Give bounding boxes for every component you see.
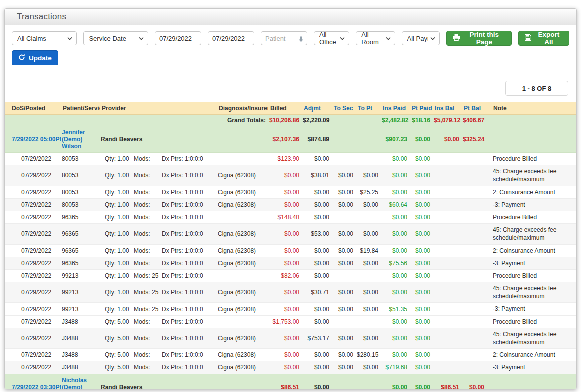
detail-to_sec: $0.00 <box>332 282 356 303</box>
detail-qty: Qty: 1.00 <box>105 289 134 296</box>
detail-insurer: Cigna (62308) <box>217 282 268 303</box>
detail-qty-mods-dx: Qty: 5.00Mods:Dx Ptrs: 1:0:0:0 <box>101 364 216 371</box>
detail-ins_bal <box>433 211 462 224</box>
detail-adjmt: $53.00 <box>302 224 332 244</box>
detail-pt_bal <box>462 211 487 224</box>
patient-name-link[interactable]: Nicholas (Demo) Franklin <box>62 377 87 390</box>
grand-total-pt_paid: $18.16 <box>410 115 433 126</box>
patient-search-input[interactable] <box>261 32 307 46</box>
detail-adjmt: $0.00 <box>302 257 332 270</box>
detail-pt_bal <box>462 198 487 211</box>
detail-to_sec <box>332 211 356 224</box>
group-dos-link[interactable]: 7/29/2022 05:00PM <box>12 136 61 143</box>
detail-mods: Mods: <box>134 214 162 221</box>
detail-mods: Mods: 25 <box>134 272 162 280</box>
column-header-adjmt[interactable]: Adjmt <box>302 102 332 115</box>
column-header-ins_bal[interactable]: Ins Bal <box>433 102 462 115</box>
detail-pt_paid: $0.00 <box>410 153 433 166</box>
save-icon <box>525 34 531 42</box>
detail-adjmt: $0.00 <box>302 362 332 374</box>
column-header-provider: Provider <box>100 102 217 115</box>
detail-pt_paid: $0.00 <box>410 186 433 198</box>
detail-adjmt: $0.00 <box>302 153 332 166</box>
detail-pt_paid: $0.00 <box>410 211 433 224</box>
chevron-down-icon <box>430 37 435 40</box>
detail-dos-cell: 07/29/2022 <box>5 186 61 198</box>
detail-ins_bal <box>433 303 462 316</box>
column-header-to_sec[interactable]: To Sec <box>332 102 356 115</box>
detail-ins_paid: $0.00 <box>381 186 410 198</box>
detail-dx-ptrs: Dx Ptrs: 1:0:0:0 <box>162 335 216 342</box>
detail-pt_paid: $0.00 <box>410 257 433 270</box>
detail-dx-ptrs: Dx Ptrs: 1:0:0:0 <box>162 272 216 280</box>
claims-select[interactable]: All Claims <box>12 32 77 46</box>
transaction-detail-row: 07/29/202299213Qty: 1.00Mods: 25Dx Ptrs:… <box>5 282 576 303</box>
detail-billed: $0.00 <box>268 362 302 374</box>
detail-ins_bal <box>433 270 462 282</box>
group-total-billed: $86.51 <box>268 374 302 390</box>
date-to-input[interactable] <box>208 32 254 46</box>
date-from-input[interactable] <box>155 32 201 46</box>
update-button[interactable]: Update <box>12 50 58 66</box>
room-select[interactable]: All Room <box>356 32 395 46</box>
detail-provider-cell: Qty: 1.00Mods:Dx Ptrs: 1:0:0:0 <box>100 198 217 211</box>
export-all-button[interactable]: Export All <box>518 31 569 46</box>
detail-adjmt: $30.71 <box>302 282 332 303</box>
date-type-select[interactable]: Service Date <box>83 32 148 46</box>
group-provider-cell: Randi Beavers <box>100 126 217 153</box>
patient-name-link[interactable]: Jennifer (Demo) Wilson <box>62 129 85 150</box>
office-select-value: All Office <box>319 31 337 46</box>
transactions-table: DoS/PostedPatient/ServiceProviderDiagnos… <box>5 102 576 390</box>
group-dos-link[interactable]: 7/29/2022 03:30PM <box>12 384 61 390</box>
detail-service-code: 96365 <box>61 257 100 270</box>
transaction-detail-row: 07/29/2022J3488Qty: 5.00Mods:Dx Ptrs: 1:… <box>5 362 576 374</box>
detail-to_pt <box>356 211 381 224</box>
group-total-pt_paid: $0.00 <box>410 374 433 390</box>
detail-mods: Mods: <box>134 189 162 196</box>
detail-qty-mods-dx: Qty: 5.00Mods:Dx Ptrs: 1:0:0:0 <box>101 318 216 326</box>
office-select[interactable]: All Office <box>314 32 349 46</box>
detail-service-code: 80053 <box>61 186 100 198</box>
detail-adjmt: $0.00 <box>302 316 332 328</box>
detail-ins_paid: $60.64 <box>381 198 410 211</box>
detail-adjmt: $0.00 <box>302 303 332 316</box>
detail-service-code: 80053 <box>61 198 100 211</box>
chevron-down-icon <box>139 37 144 40</box>
print-page-button[interactable]: Print this Page <box>446 31 512 46</box>
detail-provider-cell: Qty: 1.00Mods: 25Dx Ptrs: 1:0:0:0 <box>100 303 217 316</box>
detail-provider-cell: Qty: 5.00Mods:Dx Ptrs: 1:0:0:0 <box>100 349 217 362</box>
detail-qty: Qty: 5.00 <box>105 352 134 358</box>
detail-adjmt: $0.00 <box>302 244 332 257</box>
detail-billed: $0.00 <box>268 198 302 211</box>
payment-select[interactable]: All Paym <box>402 32 440 46</box>
detail-dos-cell: 07/29/2022 <box>5 257 61 270</box>
detail-insurer: Cigna (62308) <box>217 244 268 257</box>
detail-mods: Mods: 25 <box>134 306 162 313</box>
detail-ins_bal <box>433 328 462 348</box>
detail-provider-cell: Qty: 5.00Mods:Dx Ptrs: 1:0:0:0 <box>100 362 217 374</box>
column-header-pt_bal[interactable]: Pt Bal <box>462 102 487 115</box>
column-header-to_pt[interactable]: To Pt <box>356 102 381 115</box>
detail-pt_bal <box>462 244 487 257</box>
print-page-label: Print this Page <box>463 31 505 46</box>
detail-pt_bal <box>462 257 487 270</box>
detail-ins_paid: $0.00 <box>381 328 410 348</box>
detail-pt_bal <box>462 303 487 316</box>
detail-insurer: Cigna (62308) <box>217 198 268 211</box>
detail-billed: $0.00 <box>268 328 302 348</box>
detail-service-code: 80053 <box>61 153 100 166</box>
provider-name: Randi Beavers <box>101 384 142 390</box>
detail-mods: Mods: <box>134 260 162 267</box>
column-header-ins_paid[interactable]: Ins Paid <box>381 102 410 115</box>
update-label: Update <box>29 54 52 62</box>
detail-to_pt: $25.25 <box>356 186 381 198</box>
detail-pt_paid: $0.00 <box>410 224 433 244</box>
detail-ins_bal <box>433 186 462 198</box>
detail-mods: Mods: <box>134 364 162 371</box>
column-header-pt_paid[interactable]: Pt Paid <box>410 102 433 115</box>
detail-insurer: Cigna (62308) <box>217 303 268 316</box>
detail-service-code: J3488 <box>61 362 100 374</box>
detail-provider-cell: Qty: 1.00Mods:Dx Ptrs: 1:0:0:0 <box>100 244 217 257</box>
detail-provider-cell: Qty: 1.00Mods:Dx Ptrs: 1:0:0:0 <box>100 211 217 224</box>
detail-dos-cell: 07/29/2022 <box>5 166 61 186</box>
